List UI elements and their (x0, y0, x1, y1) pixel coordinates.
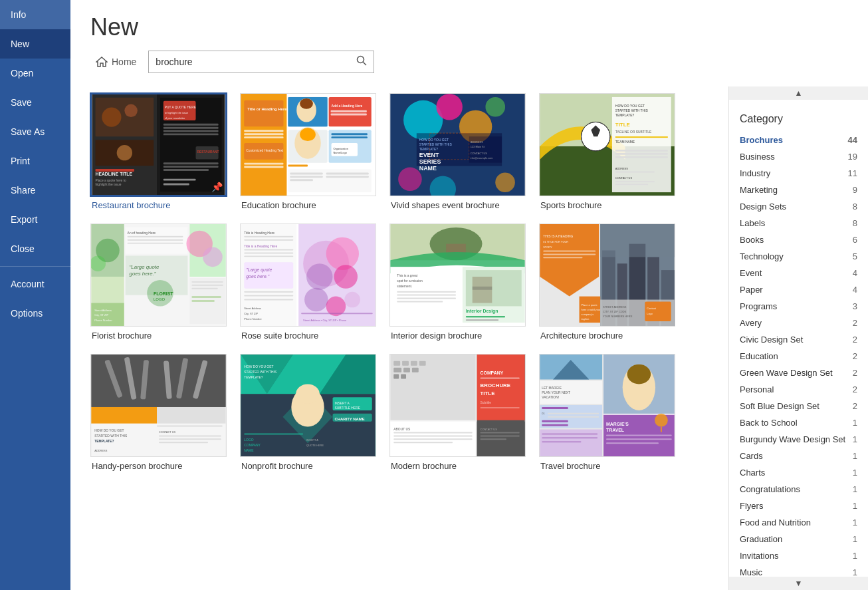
sidebar-item-options[interactable]: Options (0, 299, 70, 328)
svg-text:TEMPLATE?: TEMPLATE? (615, 114, 635, 117)
template-modern[interactable]: COMPANY BROCHURE TITLE Subtitle CONTACT … (389, 354, 526, 471)
category-item-graduation[interactable]: Graduation1 (729, 531, 868, 547)
svg-rect-254 (402, 361, 409, 366)
svg-text:ADDRESS: ADDRESS (615, 167, 628, 170)
sidebar-item-close[interactable]: Close (0, 234, 70, 263)
category-item-label: Graduation (740, 534, 782, 544)
category-item-count: 2 (853, 351, 857, 361)
category-item-marketing[interactable]: Marketing9 (729, 182, 868, 198)
category-item-congratulations[interactable]: Congratulations1 (729, 481, 868, 498)
svg-text:company's: company's (582, 313, 594, 316)
svg-text:here or add your: here or add your (582, 308, 601, 311)
svg-text:to highlight the issue: to highlight the issue (165, 111, 188, 114)
svg-text:spot for a mission: spot for a mission (397, 279, 423, 283)
svg-text:TITLE: TITLE (481, 390, 495, 396)
search-input[interactable] (149, 53, 350, 71)
category-item-personal[interactable]: Personal2 (729, 381, 868, 398)
category-item-count: 6 (853, 235, 857, 245)
sidebar-item-export[interactable]: Export (0, 205, 70, 234)
template-nonprofit[interactable]: HOW DO YOU GET STARTED WITH THIS TEMPLAT… (240, 354, 376, 471)
category-item-cards[interactable]: Cards1 (729, 448, 868, 464)
svg-point-236 (296, 384, 320, 404)
svg-rect-149 (244, 295, 293, 297)
svg-rect-118 (128, 236, 183, 237)
home-button[interactable]: Home (90, 53, 142, 71)
category-item-brochures[interactable]: Brochures44 (729, 132, 868, 148)
svg-rect-191 (600, 224, 675, 257)
svg-text:COMPANY: COMPANY (481, 370, 504, 375)
category-item-green-wave-design-set[interactable]: Green Wave Design Set2 (729, 365, 868, 381)
svg-rect-291 (548, 413, 599, 414)
category-item-design-sets[interactable]: Design Sets8 (729, 198, 868, 215)
svg-text:TRAVEL: TRAVEL (606, 428, 624, 432)
svg-text:STREET ADDRESS: STREET ADDRESS (603, 305, 627, 309)
category-item-books[interactable]: Books6 (729, 231, 868, 248)
category-item-education[interactable]: Education2 (729, 348, 868, 365)
svg-rect-181 (466, 316, 505, 317)
sidebar-item-share[interactable]: Share (0, 176, 70, 205)
category-item-food-and-nutrition[interactable]: Food and Nutrition1 (729, 514, 868, 531)
template-sports[interactable]: HOW DO YOU GET STARTED WITH THIS TEMPLAT… (539, 93, 675, 210)
template-florist[interactable]: Street Address City, ST ZIP Phone Number… (90, 223, 227, 341)
template-architecture[interactable]: THIS IS A HEADING 01 TITLE FOR YOUR STOR… (539, 223, 675, 341)
category-item-avery[interactable]: Avery2 (729, 315, 868, 331)
svg-rect-255 (411, 361, 417, 366)
svg-rect-307 (606, 438, 672, 440)
scroll-up-button[interactable]: ▲ (729, 86, 868, 100)
category-item-count: 2 (853, 368, 857, 378)
category-item-invitations[interactable]: Invitations1 (729, 547, 868, 564)
category-item-technology[interactable]: Technology5 (729, 248, 868, 265)
category-item-count: 1 (853, 418, 857, 428)
svg-rect-62 (290, 179, 313, 181)
sidebar-item-saveas[interactable]: Save As (0, 117, 70, 146)
template-thumb-architecture: THIS IS A HEADING 01 TITLE FOR YOUR STOR… (539, 223, 675, 327)
svg-text:CONTACT US: CONTACT US (615, 176, 633, 180)
svg-rect-52 (288, 165, 308, 167)
category-item-flyers[interactable]: Flyers1 (729, 498, 868, 514)
category-item-back-to-school[interactable]: Back to School1 (729, 414, 868, 431)
svg-rect-39 (244, 163, 283, 165)
category-item-civic-design-set[interactable]: Civic Design Set2 (729, 331, 868, 348)
template-restaurant[interactable]: HEADLINE TITLE Place a quote here to hig… (90, 93, 227, 210)
category-item-label: Civic Design Set (740, 335, 803, 345)
category-item-labels[interactable]: Labels8 (729, 215, 868, 231)
template-rose[interactable]: Title is Heading Here Title is a Heading… (240, 223, 376, 341)
category-item-event[interactable]: Event4 (729, 265, 868, 281)
sidebar-item-print[interactable]: Print (0, 146, 70, 176)
svg-text:LOGO: LOGO (154, 297, 165, 301)
sidebar-item-open[interactable]: Open (0, 59, 70, 88)
category-item-label: Design Sets (740, 202, 786, 212)
category-item-label: Music (740, 567, 762, 577)
svg-text:Title or Heading Here: Title or Heading Here (247, 107, 287, 111)
category-item-soft-blue-design-set[interactable]: Soft Blue Design Set2 (729, 398, 868, 414)
template-thumb-interior: This is a great spot for a mission state… (389, 223, 526, 327)
category-item-business[interactable]: Business19 (729, 148, 868, 165)
svg-rect-134 (191, 297, 221, 298)
category-item-charts[interactable]: Charts1 (729, 464, 868, 481)
svg-text:COMPANY: COMPANY (244, 444, 261, 447)
sidebar-item-save[interactable]: Save (0, 88, 70, 117)
template-interior[interactable]: This is a great spot for a mission state… (389, 223, 526, 341)
search-button[interactable] (350, 51, 374, 73)
category-item-paper[interactable]: Paper4 (729, 281, 868, 298)
svg-text:TEAM NAME: TEAM NAME (615, 140, 635, 144)
template-travel[interactable]: LET MARGIE PLAN YOUR NEXT VACATION! 01 (539, 354, 675, 471)
scroll-down-button[interactable]: ▼ (729, 577, 868, 590)
sidebar-item-new[interactable]: New (0, 29, 70, 59)
category-item-burgundy-wave-design-set[interactable]: Burgundy Wave Design Set1 (729, 431, 868, 448)
sidebar-item-account[interactable]: Account (0, 269, 70, 299)
category-item-programs[interactable]: Programs3 (729, 298, 868, 315)
svg-text:SUBTITLE HERE: SUBTITLE HERE (334, 406, 360, 410)
category-item-music[interactable]: Music1 (729, 564, 868, 577)
svg-rect-150 (244, 299, 293, 301)
template-vivid[interactable]: HOW DO YOU GET STARTED WITH THIS TEMPLAT… (389, 93, 526, 210)
svg-text:MARGIE'S: MARGIE'S (606, 422, 629, 426)
svg-text:ADDRESS: ADDRESS (94, 449, 107, 452)
svg-text:TEMPLATE?: TEMPLATE? (94, 440, 114, 443)
svg-text:Street Address: Street Address (244, 307, 261, 310)
template-handy[interactable]: HOW DO YOU GET STARTED WITH THIS TEMPLAT… (90, 354, 227, 471)
category-item-industry[interactable]: Industry11 (729, 165, 868, 182)
svg-rect-310 (661, 427, 662, 432)
sidebar-item-info[interactable]: Info (0, 0, 70, 29)
template-education[interactable]: Title or Heading Here Customized Heading… (240, 93, 376, 210)
